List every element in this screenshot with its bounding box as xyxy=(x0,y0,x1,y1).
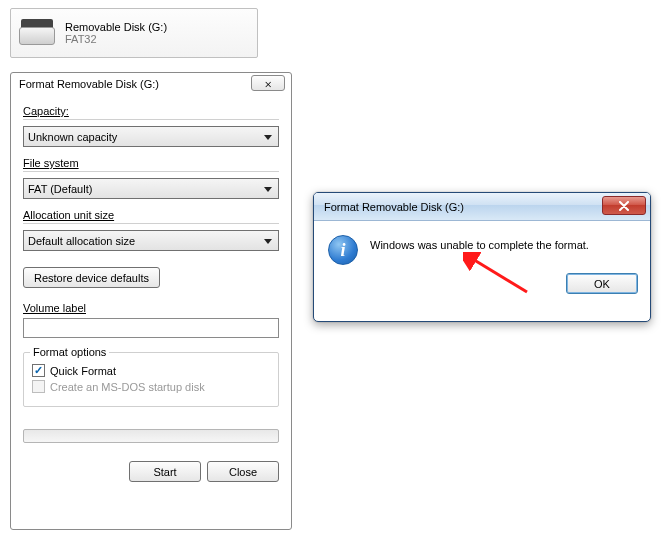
error-dialog-titlebar[interactable]: Format Removable Disk (G:) xyxy=(314,193,650,221)
close-button-label: Close xyxy=(229,466,257,478)
restore-defaults-button[interactable]: Restore device defaults xyxy=(23,267,160,288)
close-button[interactable]: Close xyxy=(207,461,279,482)
drive-item[interactable]: Removable Disk (G:) FAT32 xyxy=(10,8,258,58)
format-options-legend: Format options xyxy=(30,346,109,358)
format-dialog-titlebar: Format Removable Disk (G:) ⨉ xyxy=(11,73,291,95)
capacity-label: Capacity: xyxy=(23,105,279,117)
error-dialog-title: Format Removable Disk (G:) xyxy=(324,201,464,213)
error-message: Windows was unable to complete the forma… xyxy=(370,235,589,251)
volume-label-input[interactable] xyxy=(23,318,279,338)
drive-subtitle: FAT32 xyxy=(65,33,167,45)
volume-label-label: Volume label xyxy=(23,302,279,314)
filesystem-label: File system xyxy=(23,157,279,169)
drive-texts: Removable Disk (G:) FAT32 xyxy=(65,21,167,45)
error-dialog: Format Removable Disk (G:) i Windows was… xyxy=(313,192,651,322)
capacity-value: Unknown capacity xyxy=(28,131,117,143)
quick-format-label: Quick Format xyxy=(50,365,116,377)
start-button[interactable]: Start xyxy=(129,461,201,482)
format-dialog: Format Removable Disk (G:) ⨉ Capacity: U… xyxy=(10,72,292,530)
close-icon: ⨉ xyxy=(265,77,271,90)
msdos-checkbox xyxy=(32,380,45,393)
info-icon: i xyxy=(328,235,358,265)
format-dialog-close-button[interactable]: ⨉ xyxy=(251,75,285,91)
quick-format-checkbox[interactable] xyxy=(32,364,45,377)
drive-title: Removable Disk (G:) xyxy=(65,21,167,33)
msdos-label: Create an MS-DOS startup disk xyxy=(50,381,205,393)
close-icon xyxy=(618,201,630,211)
capacity-combobox[interactable]: Unknown capacity xyxy=(23,126,279,147)
format-options-group: Format options Quick Format Create an MS… xyxy=(23,352,279,407)
allocation-label: Allocation unit size xyxy=(23,209,279,221)
filesystem-combobox[interactable]: FAT (Default) xyxy=(23,178,279,199)
format-progress-bar xyxy=(23,429,279,443)
filesystem-value: FAT (Default) xyxy=(28,183,92,195)
error-dialog-close-button[interactable] xyxy=(602,196,646,215)
allocation-combobox[interactable]: Default allocation size xyxy=(23,230,279,251)
start-button-label: Start xyxy=(153,466,176,478)
format-dialog-title: Format Removable Disk (G:) xyxy=(19,78,159,90)
restore-defaults-label: Restore device defaults xyxy=(34,272,149,284)
chevron-down-icon xyxy=(261,182,275,196)
allocation-value: Default allocation size xyxy=(28,235,135,247)
ok-button-label: OK xyxy=(594,278,610,290)
chevron-down-icon xyxy=(261,234,275,248)
removable-disk-icon xyxy=(19,19,55,47)
ok-button[interactable]: OK xyxy=(566,273,638,294)
chevron-down-icon xyxy=(261,130,275,144)
